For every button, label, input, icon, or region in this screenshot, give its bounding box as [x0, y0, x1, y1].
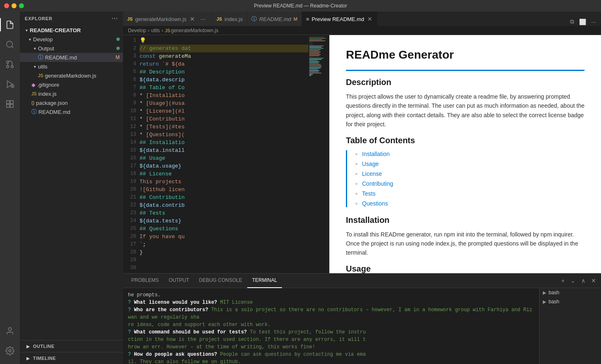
- panel-tabs: PROBLEMS OUTPUT DEBUG CONSOLE TERMINAL +…: [123, 274, 601, 288]
- sidebar-item-readme-output[interactable]: ⓘ README.md M: [20, 53, 123, 62]
- split-terminal-button[interactable]: ⌄: [569, 277, 577, 285]
- minimize-button[interactable]: [12, 3, 17, 8]
- code-line-20: ## Usage: [140, 154, 308, 162]
- panel-tab-debug[interactable]: DEBUG CONSOLE: [194, 274, 247, 288]
- breadcrumb-part-0[interactable]: Develop: [128, 28, 146, 33]
- tab-indexjs[interactable]: JS index.js: [212, 12, 247, 26]
- sidebar-item-readme-root[interactable]: ⓘ README.md: [20, 107, 123, 116]
- maximize-panel-button[interactable]: ∧: [580, 277, 587, 285]
- sidebar-timeline-section: ▶ TIMELINE: [20, 352, 123, 364]
- breadcrumb-part-2[interactable]: generateMarkdown.js: [171, 28, 218, 33]
- tree-label-indexjs: index.js: [38, 91, 57, 97]
- tab-icon-preview: ≡: [306, 16, 309, 22]
- code-line-3: const generateMa: [140, 52, 308, 60]
- tree-label-readme: README.md: [45, 54, 77, 61]
- panel-controls: + ⌄ ∧ ✕: [560, 277, 598, 285]
- code-line-27: ## Tests: [140, 209, 308, 217]
- code-editor[interactable]: 12345 678910 1112131415 1617181920 21222…: [123, 35, 329, 273]
- sidebar-more-button[interactable]: ···: [111, 15, 118, 22]
- activity-explorer[interactable]: [0, 15, 20, 35]
- tab-close-gm[interactable]: ✕: [189, 16, 196, 22]
- sidebar-item-indexjs[interactable]: JS index.js: [20, 89, 123, 98]
- preview-divider-desc: [346, 70, 584, 71]
- activity-run[interactable]: [0, 74, 20, 94]
- activity-settings[interactable]: [0, 341, 20, 361]
- close-panel-button[interactable]: ✕: [589, 277, 598, 285]
- tab-preview[interactable]: ≡ Preview README.md ✕: [302, 12, 378, 26]
- sidebar-item-generatemarkdown[interactable]: JS generateMarkdown.js: [20, 71, 123, 80]
- tree-label-gitignore: .gitignore: [37, 82, 59, 88]
- sidebar-timeline-header[interactable]: ▶ TIMELINE: [20, 354, 123, 362]
- code-content[interactable]: 💡 // generates dat const generateMa retu…: [140, 35, 308, 273]
- code-line-28: ${data.tests}: [140, 217, 308, 225]
- sidebar-outline-section: ▶ OUTLINE: [20, 340, 123, 352]
- panel-tab-terminal[interactable]: TERMINAL: [247, 274, 282, 288]
- code-line-26: ${data.contrib: [140, 201, 308, 209]
- terminal-content[interactable]: he prompts. ? What license would you lik…: [123, 288, 539, 364]
- toc-item-license: License: [362, 170, 584, 177]
- split-editor-button[interactable]: ⧉: [568, 17, 576, 26]
- code-line-32: }: [140, 248, 308, 256]
- close-button[interactable]: [4, 3, 9, 8]
- sidebar-item-gitignore[interactable]: ◆ .gitignore: [20, 80, 123, 89]
- sidebar-item-packagejson[interactable]: {} package.json: [20, 98, 123, 107]
- toc-item-contributing: Contributing: [362, 180, 584, 187]
- toggle-panel-button[interactable]: ⬜: [577, 18, 588, 26]
- line-numbers: 12345 678910 1112131415 1617181920 21222…: [123, 35, 140, 273]
- maximize-button[interactable]: [19, 3, 24, 8]
- toc-link-installation[interactable]: Installation: [362, 151, 390, 157]
- js-icon-gm: JS: [38, 73, 43, 78]
- terminal-bash-2[interactable]: ▶ bash: [539, 297, 601, 306]
- gitignore-icon: ◆: [31, 82, 35, 88]
- tab-generatemarkdown[interactable]: JS generateMarkdown.js ✕ ···: [123, 12, 212, 26]
- toc-link-tests[interactable]: Tests: [362, 190, 376, 197]
- sidebar-item-output[interactable]: ▾ Output: [20, 44, 123, 53]
- sidebar-outline-header[interactable]: ▶ OUTLINE: [20, 342, 123, 350]
- activity-search[interactable]: [0, 35, 20, 54]
- timeline-label: TIMELINE: [33, 356, 56, 361]
- preview-title: READme Generator: [346, 48, 584, 61]
- terminal-bash-1[interactable]: ▶ bash: [539, 288, 601, 297]
- code-line-10: ## Table of Co: [140, 84, 308, 92]
- svg-point-13: [8, 328, 11, 331]
- toc-item-tests: Tests: [362, 190, 584, 197]
- preview-heading-toc: Table of Contents: [346, 136, 584, 145]
- js-icon-index: JS: [31, 91, 37, 96]
- more-actions-button[interactable]: ···: [589, 18, 598, 26]
- toc-list: Installation Usage License Contributing …: [354, 150, 584, 207]
- info-icon: ⓘ: [38, 54, 43, 61]
- toc-link-usage[interactable]: Usage: [362, 161, 379, 167]
- tab-modified-badge: M: [293, 17, 297, 21]
- svg-point-14: [9, 350, 11, 352]
- panel-tab-output[interactable]: OUTPUT: [164, 274, 194, 288]
- breadcrumb-part-1[interactable]: utils: [151, 28, 160, 33]
- tree-label-packagejson: package.json: [36, 100, 68, 106]
- code-line-18: ## Installatio: [140, 139, 308, 147]
- tab-readmemd[interactable]: ⓘ README.md M: [247, 12, 302, 26]
- tree-root[interactable]: ▾ README-CREATOR: [20, 26, 123, 35]
- minimap: [308, 35, 329, 273]
- activity-account[interactable]: [0, 321, 20, 341]
- preview-heading-installation: Installation: [346, 215, 584, 225]
- sidebar-item-develop[interactable]: ▾ Develop: [20, 35, 123, 44]
- tree-root-label: README-CREATOR: [30, 27, 81, 33]
- activity-extensions[interactable]: [0, 94, 20, 114]
- sidebar: Explorer ··· ▾ README-CREATOR ▾ Develop …: [20, 12, 123, 364]
- code-line-9: ${data.descrip: [140, 76, 308, 84]
- activity-source-control[interactable]: [0, 54, 20, 74]
- toc-link-contributing[interactable]: Contributing: [362, 180, 393, 187]
- tab-dots-gm[interactable]: ···: [198, 16, 208, 22]
- terminal-icon-2: ▶: [543, 299, 546, 305]
- terminal-line-3: ? What command should be used for tests?…: [128, 329, 534, 351]
- panel-tab-problems[interactable]: PROBLEMS: [126, 274, 164, 288]
- svg-rect-10: [10, 101, 13, 104]
- toc-item-installation: Installation: [362, 150, 584, 158]
- svg-line-1: [12, 46, 13, 48]
- tab-close-preview[interactable]: ✕: [367, 16, 373, 22]
- add-terminal-button[interactable]: +: [560, 277, 566, 285]
- toc-link-questions[interactable]: Questions: [362, 200, 388, 207]
- toc-link-license[interactable]: License: [362, 170, 382, 177]
- svg-rect-12: [10, 104, 13, 107]
- sidebar-item-utils[interactable]: ▾ utils: [20, 62, 123, 71]
- svg-point-2: [11, 66, 14, 68]
